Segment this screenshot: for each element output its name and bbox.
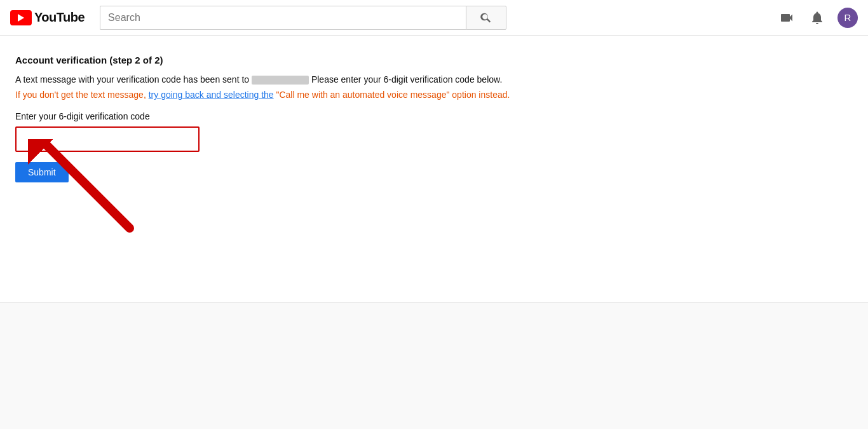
gray-spacer [0,303,868,429]
verification-text: A text message with your verification co… [15,74,853,85]
video-camera-icon [779,10,794,25]
verification-code-input[interactable] [15,126,200,152]
search-icon [480,11,492,24]
search-area [100,6,506,30]
bell-icon [810,10,825,25]
youtube-icon [10,10,32,25]
search-button[interactable] [466,6,506,30]
go-back-link[interactable]: try going back and selecting the [149,90,274,100]
page-title: Account verification (step 2 of 2) [15,55,853,65]
input-label: Enter your 6-digit verification code [15,111,853,121]
header-actions: R [776,8,858,28]
alt-method-text: If you don't get the text message, try g… [15,90,853,100]
submit-button[interactable]: Submit [15,162,69,182]
search-input[interactable] [100,6,466,30]
annotation-container [15,126,853,152]
red-arrow-annotation [28,139,155,241]
phone-number-blur [252,76,309,85]
notifications-button[interactable] [807,8,827,28]
avatar[interactable]: R [837,8,858,28]
youtube-wordmark: YouTube [34,10,85,25]
header: YouTube R [0,0,868,36]
youtube-logo[interactable]: YouTube [10,10,85,25]
main-content: Account verification (step 2 of 2) A tex… [0,36,868,303]
svg-line-1 [47,146,130,228]
upload-button[interactable] [776,8,797,28]
